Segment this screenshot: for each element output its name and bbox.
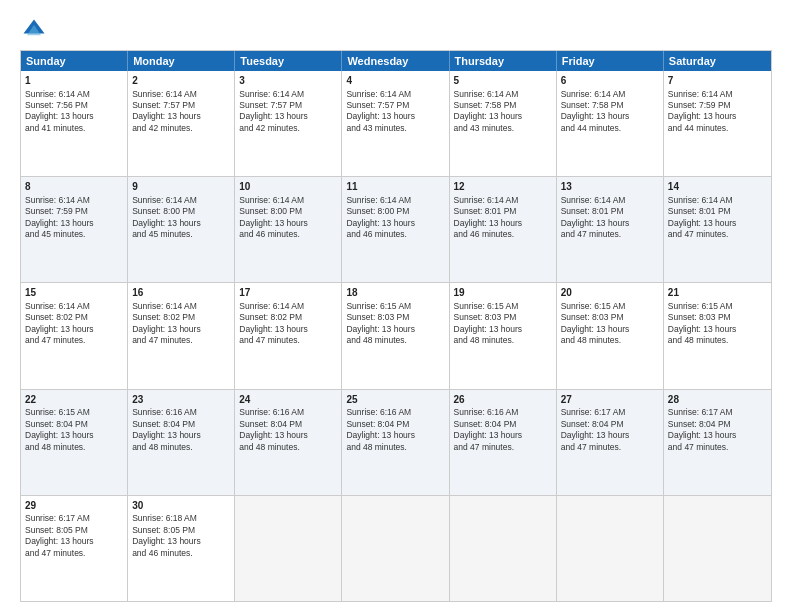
calendar-row: 1Sunrise: 6:14 AMSunset: 7:56 PMDaylight… [21, 71, 771, 176]
cell-info: Sunrise: 6:17 AM [668, 407, 767, 418]
cell-info: Sunrise: 6:14 AM [668, 89, 767, 100]
cell-info: Sunset: 8:01 PM [454, 206, 552, 217]
day-number: 11 [346, 180, 444, 194]
cell-info: Daylight: 13 hours [454, 218, 552, 229]
cell-info: Daylight: 13 hours [346, 218, 444, 229]
cell-info: Daylight: 13 hours [239, 111, 337, 122]
day-number: 8 [25, 180, 123, 194]
cell-info: Sunrise: 6:14 AM [239, 301, 337, 312]
cell-info: Daylight: 13 hours [454, 430, 552, 441]
cell-info: Daylight: 13 hours [561, 111, 659, 122]
day-number: 15 [25, 286, 123, 300]
cell-info: Daylight: 13 hours [132, 324, 230, 335]
cell-info: Sunset: 8:05 PM [132, 525, 230, 536]
cell-info: Sunrise: 6:14 AM [132, 195, 230, 206]
day-number: 4 [346, 74, 444, 88]
cell-info: Sunset: 7:59 PM [25, 206, 123, 217]
header-saturday: Saturday [664, 51, 771, 71]
cell-info: Sunset: 8:01 PM [561, 206, 659, 217]
cell-info: and 45 minutes. [25, 229, 123, 240]
cell-info: Daylight: 13 hours [132, 218, 230, 229]
calendar-cell: 2Sunrise: 6:14 AMSunset: 7:57 PMDaylight… [128, 71, 235, 176]
day-number: 16 [132, 286, 230, 300]
cell-info: Sunset: 8:04 PM [132, 419, 230, 430]
cell-info: Sunset: 8:04 PM [668, 419, 767, 430]
calendar-cell [557, 496, 664, 601]
cell-info: Sunset: 8:03 PM [668, 312, 767, 323]
cell-info: and 47 minutes. [132, 335, 230, 346]
cell-info: Sunrise: 6:14 AM [25, 89, 123, 100]
cell-info: Sunset: 8:00 PM [346, 206, 444, 217]
cell-info: and 48 minutes. [346, 335, 444, 346]
cell-info: and 46 minutes. [239, 229, 337, 240]
calendar-cell: 19Sunrise: 6:15 AMSunset: 8:03 PMDayligh… [450, 283, 557, 388]
cell-info: Sunrise: 6:14 AM [561, 89, 659, 100]
calendar-cell: 27Sunrise: 6:17 AMSunset: 8:04 PMDayligh… [557, 390, 664, 495]
day-number: 27 [561, 393, 659, 407]
cell-info: Daylight: 13 hours [25, 430, 123, 441]
cell-info: and 41 minutes. [25, 123, 123, 134]
cell-info: Sunset: 8:05 PM [25, 525, 123, 536]
cell-info: Daylight: 13 hours [239, 324, 337, 335]
cell-info: Sunrise: 6:14 AM [346, 89, 444, 100]
day-number: 14 [668, 180, 767, 194]
calendar-cell: 10Sunrise: 6:14 AMSunset: 8:00 PMDayligh… [235, 177, 342, 282]
cell-info: Sunrise: 6:15 AM [668, 301, 767, 312]
calendar-cell: 23Sunrise: 6:16 AMSunset: 8:04 PMDayligh… [128, 390, 235, 495]
cell-info: Daylight: 13 hours [561, 324, 659, 335]
day-number: 18 [346, 286, 444, 300]
cell-info: Sunset: 8:02 PM [239, 312, 337, 323]
cell-info: and 42 minutes. [132, 123, 230, 134]
calendar-cell: 3Sunrise: 6:14 AMSunset: 7:57 PMDaylight… [235, 71, 342, 176]
calendar-cell [664, 496, 771, 601]
cell-info: Daylight: 13 hours [668, 218, 767, 229]
calendar-cell: 4Sunrise: 6:14 AMSunset: 7:57 PMDaylight… [342, 71, 449, 176]
day-number: 30 [132, 499, 230, 513]
cell-info: and 44 minutes. [561, 123, 659, 134]
calendar-cell: 12Sunrise: 6:14 AMSunset: 8:01 PMDayligh… [450, 177, 557, 282]
day-number: 21 [668, 286, 767, 300]
cell-info: Daylight: 13 hours [25, 324, 123, 335]
cell-info: Sunset: 8:02 PM [132, 312, 230, 323]
calendar-header: Sunday Monday Tuesday Wednesday Thursday… [21, 51, 771, 71]
cell-info: Sunset: 8:01 PM [668, 206, 767, 217]
day-number: 20 [561, 286, 659, 300]
day-number: 10 [239, 180, 337, 194]
cell-info: and 47 minutes. [454, 442, 552, 453]
calendar-cell: 26Sunrise: 6:16 AMSunset: 8:04 PMDayligh… [450, 390, 557, 495]
cell-info: Daylight: 13 hours [561, 218, 659, 229]
cell-info: and 48 minutes. [454, 335, 552, 346]
cell-info: Sunset: 8:04 PM [454, 419, 552, 430]
calendar-cell: 21Sunrise: 6:15 AMSunset: 8:03 PMDayligh… [664, 283, 771, 388]
day-number: 22 [25, 393, 123, 407]
cell-info: Daylight: 13 hours [668, 111, 767, 122]
cell-info: and 48 minutes. [561, 335, 659, 346]
cell-info: Sunset: 8:04 PM [239, 419, 337, 430]
day-number: 9 [132, 180, 230, 194]
header [20, 16, 772, 44]
cell-info: Daylight: 13 hours [132, 111, 230, 122]
cell-info: and 47 minutes. [561, 442, 659, 453]
cell-info: Sunrise: 6:14 AM [25, 195, 123, 206]
calendar-cell [235, 496, 342, 601]
calendar-row: 15Sunrise: 6:14 AMSunset: 8:02 PMDayligh… [21, 282, 771, 388]
cell-info: Sunrise: 6:14 AM [132, 89, 230, 100]
calendar-cell: 20Sunrise: 6:15 AMSunset: 8:03 PMDayligh… [557, 283, 664, 388]
calendar-row: 8Sunrise: 6:14 AMSunset: 7:59 PMDaylight… [21, 176, 771, 282]
cell-info: and 47 minutes. [239, 335, 337, 346]
cell-info: and 48 minutes. [346, 442, 444, 453]
cell-info: and 48 minutes. [668, 335, 767, 346]
header-monday: Monday [128, 51, 235, 71]
cell-info: Sunset: 8:04 PM [25, 419, 123, 430]
cell-info: Daylight: 13 hours [239, 430, 337, 441]
header-tuesday: Tuesday [235, 51, 342, 71]
cell-info: Daylight: 13 hours [346, 430, 444, 441]
logo-icon [20, 16, 48, 44]
calendar-cell: 17Sunrise: 6:14 AMSunset: 8:02 PMDayligh… [235, 283, 342, 388]
cell-info: Daylight: 13 hours [346, 111, 444, 122]
cell-info: and 47 minutes. [561, 229, 659, 240]
cell-info: Daylight: 13 hours [25, 536, 123, 547]
cell-info: and 47 minutes. [668, 229, 767, 240]
cell-info: Daylight: 13 hours [454, 111, 552, 122]
day-number: 23 [132, 393, 230, 407]
